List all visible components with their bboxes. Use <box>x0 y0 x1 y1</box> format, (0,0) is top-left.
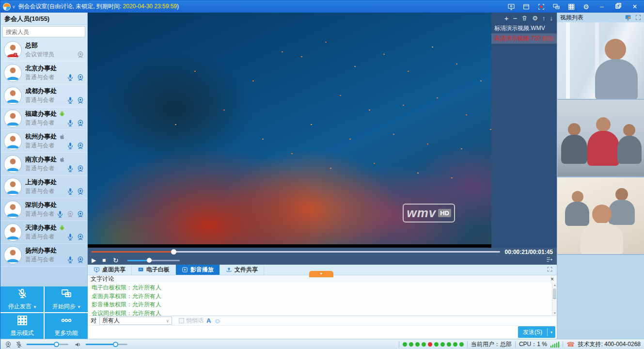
mic-muted-status-icon[interactable] <box>15 341 24 349</box>
connection-quality-dots <box>403 342 464 347</box>
scrollbar-thumb[interactable] <box>553 288 556 299</box>
participant-role: 普通与会者 <box>25 96 66 104</box>
video-thumbnail[interactable] <box>557 177 644 255</box>
webcam-icon[interactable] <box>77 256 84 264</box>
more-features-button[interactable]: 更多功能 <box>45 313 88 339</box>
webcam-status-icon[interactable] <box>4 341 13 349</box>
mic-icon[interactable] <box>66 256 74 264</box>
start-sync-button[interactable]: 开始同步▾ <box>45 286 88 312</box>
webcam-icon[interactable] <box>77 233 84 241</box>
playlist-settings-gear-icon[interactable]: ⚙ <box>532 15 538 21</box>
tab-desktop-share[interactable]: 桌面共享 <box>88 265 132 275</box>
participant-row[interactable]: 南京办事处 普通与会者 <box>0 153 87 175</box>
participant-row[interactable]: 杭州办事处 普通与会者 <box>0 130 87 153</box>
play-button[interactable]: ▶ <box>92 257 102 264</box>
speaker-icon[interactable] <box>74 341 83 349</box>
loop-button[interactable]: ↻ <box>113 256 124 264</box>
webcam-icon[interactable] <box>77 188 84 195</box>
grid-qr-icon[interactable] <box>567 2 575 11</box>
mic-icon[interactable] <box>66 142 74 150</box>
video-frame[interactable]: wmvHD <box>88 13 491 248</box>
webcam-icon[interactable] <box>77 96 84 104</box>
tab-file-share[interactable]: 文件共享 <box>220 265 264 275</box>
caret-down-icon[interactable]: ▾ <box>78 304 80 309</box>
participant-row[interactable]: 北京办事处 普通与会者 <box>0 62 87 84</box>
stop-speaking-button[interactable]: 停止发言▾ <box>0 286 44 312</box>
playlist-item[interactable]: 标清演示视频.WMV <box>491 23 557 33</box>
webcam-icon[interactable] <box>77 142 84 150</box>
mic-icon[interactable] <box>66 165 74 173</box>
mic-icon[interactable] <box>66 96 74 104</box>
seek-handle[interactable] <box>171 249 176 254</box>
playlist-toggle-icon[interactable] <box>546 256 553 265</box>
seek-bar[interactable] <box>92 251 500 253</box>
volume-slider[interactable] <box>127 260 180 261</box>
font-button[interactable]: A <box>206 317 211 324</box>
invite-network-icon[interactable] <box>552 2 560 11</box>
chevron-down-icon[interactable]: ∨ <box>12 4 16 9</box>
move-up-icon[interactable]: ↑ <box>542 15 546 21</box>
mic-volume-handle[interactable] <box>54 342 59 347</box>
display-mode-label: 显示模式 <box>11 329 34 337</box>
mic-icon[interactable] <box>56 210 64 218</box>
participant-row[interactable]: 天津办事处 普通与会者 <box>0 221 87 244</box>
emoticon-icon[interactable]: ☺ <box>214 317 220 325</box>
webcam-icon[interactable] <box>77 210 84 218</box>
mic-volume-slider[interactable] <box>27 344 68 345</box>
move-down-icon[interactable]: ↓ <box>550 15 553 21</box>
playlist-add-icon[interactable]: + <box>504 15 509 21</box>
person-silhouette <box>609 200 635 225</box>
speaker-volume-slider[interactable] <box>86 344 127 345</box>
tab-whiteboard[interactable]: 电子白板 <box>132 265 176 275</box>
minimize-button[interactable]: – <box>597 3 607 10</box>
webcam-icon[interactable] <box>77 165 84 173</box>
send-button[interactable]: 发送(S) ▾ <box>518 326 555 338</box>
close-button[interactable]: × <box>630 2 640 11</box>
collapse-handle[interactable]: ▾ <box>309 271 333 277</box>
webcam-icon[interactable] <box>77 51 84 59</box>
chat-close-icon[interactable]: × <box>550 276 554 282</box>
webcam-icon[interactable] <box>77 119 84 127</box>
message-input[interactable] <box>88 326 557 339</box>
video-thumbnail[interactable] <box>557 100 644 177</box>
playlist-item-selected[interactable]: 高清演示视频-720P.wmv 删除 <box>491 33 557 44</box>
recipient-select[interactable]: 所有人 ∨ <box>99 317 172 325</box>
participant-row[interactable]: 深圳办事处 普通与会者 <box>0 198 87 221</box>
playlist-remove-icon[interactable]: − <box>513 15 518 21</box>
panel-expand-icon[interactable] <box>635 14 642 21</box>
display-mode-button[interactable]: 显示模式 <box>0 313 44 339</box>
search-input[interactable] <box>3 29 84 35</box>
volume-handle[interactable] <box>147 258 152 263</box>
webcam-icon[interactable] <box>77 74 84 81</box>
webcam-icon[interactable] <box>66 210 74 218</box>
mic-icon[interactable] <box>66 119 74 127</box>
send-options-caret-icon[interactable]: ▾ <box>548 330 555 334</box>
participant-row[interactable]: 总部 会议管理员 <box>0 39 87 62</box>
participant-row[interactable]: 上海办事处 普通与会者 <box>0 175 87 198</box>
whisper-checkbox[interactable] <box>179 318 184 323</box>
mic-icon[interactable] <box>66 74 74 81</box>
record-icon[interactable] <box>537 2 545 11</box>
participant-row[interactable]: 福建办事处 普通与会者 <box>0 107 87 130</box>
settings-gear-icon[interactable]: ⚙ <box>582 2 590 11</box>
chat-expand-icon[interactable] <box>547 266 553 274</box>
delete-link[interactable]: 删除 <box>542 33 554 44</box>
trash-icon[interactable] <box>521 15 528 21</box>
mic-icon[interactable] <box>66 233 74 241</box>
screen-share-icon[interactable] <box>507 2 515 11</box>
mic-muted-icon <box>16 288 28 300</box>
video-mode-icon[interactable] <box>625 14 631 21</box>
participant-role: 普通与会者 <box>25 233 66 241</box>
tab-media-playback[interactable]: 影音播放 <box>176 265 220 275</box>
stop-button[interactable]: ■ <box>102 257 113 264</box>
caret-down-icon[interactable]: ▾ <box>34 304 36 309</box>
participant-row[interactable]: 扬州办事处 普通与会者 <box>0 244 87 267</box>
video-thumbnail[interactable] <box>557 22 644 100</box>
restore-button[interactable] <box>613 3 623 10</box>
chat-scrollbar[interactable]: ▲ ▼ <box>552 283 557 316</box>
participant-row[interactable]: 成都办事处 普通与会者 <box>0 84 87 107</box>
mic-icon[interactable] <box>66 188 74 195</box>
window-layout-icon[interactable] <box>522 2 530 11</box>
window-title: 例会会议室(自由讨论, 未锁定, 到期时间: 2020-04-30 23:59:… <box>18 2 179 11</box>
speaker-volume-handle[interactable] <box>113 342 118 347</box>
